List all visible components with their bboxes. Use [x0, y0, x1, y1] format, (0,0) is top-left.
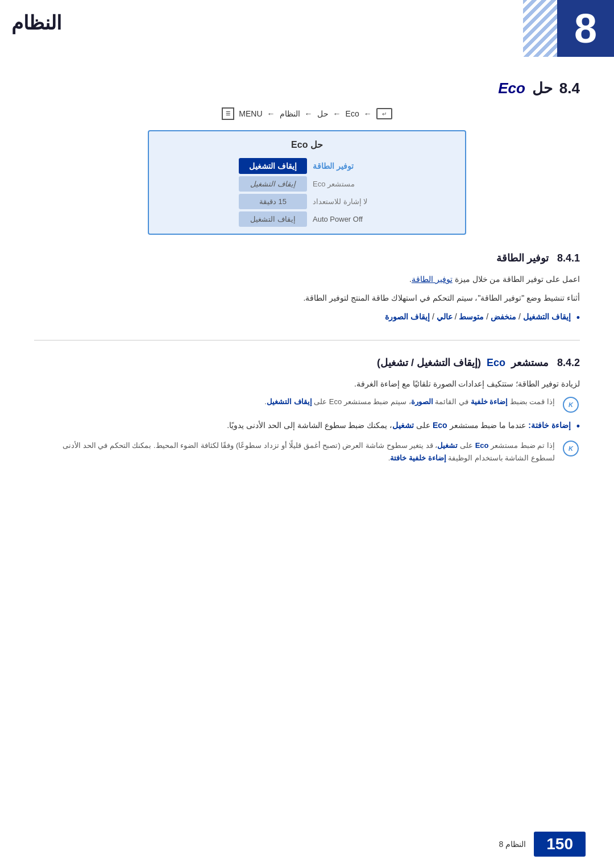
enter-button-icon: ↵ [376, 108, 392, 119]
subsection-8-4-1-detail: أثناء تنشيط وضع "توفير الطاقة"، سيتم الت… [34, 291, 580, 305]
chapter-number: 8 [574, 8, 597, 49]
subsection-8-4-2-label: مستشعر [511, 357, 549, 368]
breadcrumb-arrow-4: ← [364, 109, 372, 118]
bullet-dot: • [576, 310, 580, 326]
breadcrumb-eco: Eco [346, 109, 359, 118]
eco-menu-panel: حل Eco توفير الطاقة إيقاف التشغيل مستشعر… [148, 130, 466, 235]
menu-row-4: Auto Power Off إيقاف التشغيل [155, 211, 459, 227]
subsection-8-4-2-eco: Eco [487, 357, 505, 368]
subsection-8-4-1-number: 8.4.1 [557, 252, 580, 264]
highlight-tawfir: توفير الطاقة [412, 275, 453, 284]
page-footer: 150 النظام 8 [0, 832, 614, 857]
nt1-h3: إيقاف التشغيل [267, 397, 312, 406]
footer-chapter-label: النظام 8 [499, 840, 526, 849]
breadcrumb-menu-label: MENU [239, 109, 262, 118]
main-content: 8.4 حل Eco ☰ MENU ← النظام ← حل ← Eco ← … [0, 63, 614, 492]
menu-panel-title: حل Eco [149, 136, 465, 156]
dim-label: إضاءة خافتة: [528, 421, 571, 430]
option-off: إيقاف التشغيل [523, 312, 571, 321]
sep4: / [430, 312, 434, 321]
menu-row-2-item[interactable]: إيقاف التشغيل [239, 176, 307, 192]
menu-row-4-item[interactable]: إيقاف التشغيل [239, 211, 307, 227]
menu-row-2-right: مستشعر Eco [307, 176, 459, 192]
chapter-title-area: النظام [0, 11, 614, 34]
menu-row-1-left: إيقاف التشغيل [155, 158, 307, 174]
breadcrumb-arrow-3: ← [333, 109, 341, 118]
section-divider [34, 340, 580, 340]
option-high: عالي [437, 312, 453, 321]
bullet-text-power-options: إيقاف التشغيل / منخفض / متوسط / عالي / إ… [385, 310, 570, 324]
menu-row-1: توفير الطاقة إيقاف التشغيل [155, 158, 459, 174]
note-text-1: إذا قمت بضبط إضاءة خلفية في القائمة الصو… [45, 396, 555, 408]
breadcrumb-arrow-1: ← [267, 109, 275, 118]
option-med: متوسط [459, 312, 484, 321]
corner-decoration: 8 [523, 0, 614, 57]
subsection-8-4-2-number: 8.4.2 [557, 357, 580, 368]
sep2: / [484, 312, 488, 321]
option-low: منخفض [491, 312, 516, 321]
breadcrumb: ☰ MENU ← النظام ← حل ← Eco ← ↵ [34, 107, 580, 120]
subsection-8-4-2-heading: 8.4.2 مستشعر Eco (إيقاف التشغيل / تشغيل) [34, 356, 580, 369]
subsection-8-4-2-intro: لزيادة توفير الطاقة؛ ستتكيف إعدادات الصو… [34, 377, 580, 391]
note-icon-inner-2: K [563, 441, 579, 456]
subsection-8-4-1-bullet: • إيقاف التشغيل / منخفض / متوسط / عالي /… [57, 310, 580, 326]
nt2-h-func: إضاءة خلفية خافتة [390, 454, 446, 462]
menu-row-2-right-label: مستشعر Eco [307, 176, 360, 192]
nt1-h2: الصورة [411, 397, 433, 406]
note-icon-1: K [562, 396, 580, 414]
nt1-h1: إضاءة خلفية [471, 397, 508, 406]
menu-row-1-right: توفير الطاقة [307, 158, 459, 174]
menu-icon: ☰ [222, 107, 234, 120]
section-8-4-number: 8.4 [559, 80, 580, 97]
note-row-1: K إذا قمت بضبط إضاءة خلفية في القائمة ال… [45, 396, 580, 414]
menu-row-2-left: إيقاف التشغيل [155, 176, 307, 192]
sep1: / [516, 312, 521, 321]
note-icon-inner-1: K [563, 397, 579, 413]
breadcrumb-text-1: النظام [280, 109, 300, 118]
page-number: 150 [534, 832, 586, 857]
nt2-eco: Eco [475, 441, 489, 450]
b2-on: تشغيل [392, 421, 414, 430]
menu-row-3-right: لا إشارة للاستعداد [307, 194, 459, 209]
section-8-4-label: حل [532, 80, 553, 97]
menu-row-3: لا إشارة للاستعداد 15 دقيقة [155, 194, 459, 209]
bullet-text-dim: إضاءة خافتة: عندما ما ضبط مستشعر Eco على… [227, 418, 571, 433]
note-text-2: إذا تم ضبط مستشعر Eco على تشغيل، قد يتغي… [45, 439, 555, 464]
subsection-8-4-1-heading: 8.4.1 توفير الطاقة [34, 252, 580, 264]
menu-row-3-left: 15 دقيقة [155, 194, 307, 209]
breadcrumb-text-2: حل [317, 109, 329, 118]
corner-stripes-decoration [523, 0, 557, 57]
menu-row-3-right-label: لا إشارة للاستعداد [307, 194, 373, 209]
subsection-8-4-2-bullet-1: • إضاءة خافتة: عندما ما ضبط مستشعر Eco ع… [57, 418, 580, 435]
section-8-4-heading: 8.4 حل Eco [34, 80, 580, 97]
subsection-8-4-1-intro: اعمل على توفير الطاقة من خلال ميزة توفير… [34, 272, 580, 286]
note-row-2: K إذا تم ضبط مستشعر Eco على تشغيل، قد يت… [45, 439, 580, 464]
bullet-dot-2: • [576, 418, 580, 435]
breadcrumb-arrow-2: ← [305, 109, 313, 118]
note-icon-2: K [562, 439, 580, 458]
sep3: / [453, 312, 457, 321]
menu-row-1-selected[interactable]: إيقاف التشغيل [239, 158, 307, 174]
chapter-number-box: 8 [557, 0, 614, 57]
menu-row-4-right-label: Auto Power Off [307, 211, 368, 227]
section-8-4-eco: Eco [498, 80, 525, 97]
chapter-title: النظام [11, 11, 61, 34]
chapter-header: النظام 8 [0, 0, 614, 63]
menu-row-4-left: إيقاف التشغيل [155, 211, 307, 227]
menu-row-4-right: Auto Power Off [307, 211, 459, 227]
subsection-8-4-1-label: توفير الطاقة [496, 252, 549, 264]
menu-row-3-item[interactable]: 15 دقيقة [239, 194, 307, 209]
menu-row-1-right-label: توفير الطاقة [307, 158, 359, 174]
option-img-off: إيقاف الصورة [385, 312, 430, 321]
menu-row-2: مستشعر Eco إيقاف التشغيل [155, 176, 459, 192]
b2-eco: Eco [433, 421, 447, 430]
subsection-8-4-2-paren: (إيقاف التشغيل / تشغيل) [377, 357, 481, 368]
nt2-on: تشغيل [437, 441, 458, 450]
menu-icon-symbol: ☰ [226, 111, 230, 117]
